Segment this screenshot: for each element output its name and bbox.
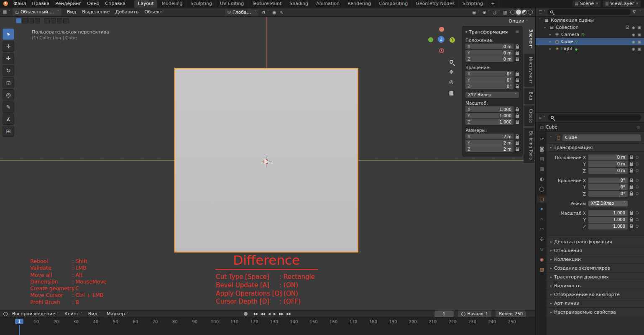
- timeline-menu-item[interactable]: Маркер: [104, 310, 131, 318]
- animate-dot-icon[interactable]: [636, 186, 639, 188]
- hide-eye-icon[interactable]: ◉: [632, 40, 635, 44]
- animate-dot-icon[interactable]: [636, 225, 639, 228]
- pin-icon[interactable]: ◎: [636, 125, 640, 129]
- workspace-tab[interactable]: Modeling: [158, 0, 187, 8]
- properties-section-header[interactable]: ▸ Видимость: [547, 281, 644, 290]
- workspace-tab[interactable]: +: [487, 0, 499, 8]
- select-invert-icon[interactable]: [35, 18, 40, 23]
- disable-render-icon[interactable]: ▣: [637, 40, 641, 44]
- number-field[interactable]: 1.000: [588, 217, 628, 223]
- number-field[interactable]: Y2 m: [465, 140, 514, 146]
- solid-shading-icon[interactable]: [516, 10, 521, 15]
- disable-render-icon[interactable]: ▣: [637, 26, 641, 30]
- zoom-icon[interactable]: [447, 58, 455, 65]
- lock-icon[interactable]: [516, 80, 519, 82]
- select-subtract-icon[interactable]: [28, 18, 34, 23]
- expand-arrow-icon[interactable]: ▸: [549, 47, 554, 51]
- outliner-editor-type-icon[interactable]: ☰: [539, 10, 545, 14]
- navigation-gizmo[interactable]: Z Y X: [426, 27, 459, 54]
- workspace-tab[interactable]: Animation: [312, 0, 344, 8]
- selectability-dropdown[interactable]: ◉: [472, 10, 480, 15]
- number-field[interactable]: Y0°: [465, 77, 514, 83]
- rotation-mode-dropdown[interactable]: XYZ Эйлер: [465, 92, 519, 98]
- timeline-menu-item[interactable]: Вид: [85, 310, 104, 318]
- scene-unlink-icon[interactable]: ✕: [595, 2, 598, 5]
- properties-section-header[interactable]: ▸ Настраиваемые свойства: [547, 307, 644, 316]
- number-field[interactable]: Y0 m: [465, 50, 514, 56]
- tool-button[interactable]: [3, 126, 14, 137]
- properties-tab[interactable]: [537, 216, 547, 223]
- sidebar-tab[interactable]: Элемент: [524, 26, 534, 52]
- axis-x-dot[interactable]: X: [439, 48, 444, 53]
- number-field[interactable]: Z0 m: [465, 56, 514, 62]
- number-field[interactable]: 0 m: [588, 161, 628, 167]
- transport-button[interactable]: [252, 312, 258, 316]
- transform-orientation-selector[interactable]: ◎ Глоба...: [225, 9, 258, 15]
- timeline-menu-item[interactable]: Кеинг: [61, 310, 85, 318]
- properties-tab[interactable]: [537, 226, 547, 233]
- lock-icon[interactable]: [630, 219, 633, 222]
- select-intersect-icon[interactable]: [44, 18, 50, 23]
- properties-tab[interactable]: [537, 145, 547, 152]
- select-mode-icon[interactable]: [16, 18, 21, 23]
- number-field[interactable]: X2 m: [465, 134, 514, 139]
- lock-icon[interactable]: [516, 86, 519, 88]
- number-field[interactable]: Z2 m: [465, 146, 514, 152]
- lock-icon[interactable]: [516, 52, 519, 55]
- axis-dot[interactable]: [428, 37, 433, 42]
- topbar-menu-item[interactable]: Рендеринг: [52, 0, 84, 8]
- transport-button[interactable]: [272, 312, 277, 316]
- lock-icon[interactable]: [630, 163, 633, 166]
- tool-button[interactable]: [3, 77, 14, 88]
- tool-button[interactable]: [3, 89, 14, 100]
- current-frame-field[interactable]: 1: [434, 311, 454, 317]
- material-shading-icon[interactable]: [522, 10, 527, 15]
- properties-tab[interactable]: [537, 256, 547, 263]
- hide-eye-icon[interactable]: ◉: [632, 26, 635, 30]
- number-field[interactable]: X0°: [465, 71, 514, 77]
- playhead[interactable]: 1: [15, 319, 23, 324]
- outliner-row[interactable]: ▸ Cube ☑ ◉ ▣: [536, 38, 644, 45]
- axis-z-dot[interactable]: Z: [438, 36, 445, 43]
- properties-tab[interactable]: [537, 236, 547, 243]
- ortho-grid-icon[interactable]: ▦: [447, 89, 455, 97]
- viewlayer-unlink-icon[interactable]: ✕: [636, 2, 639, 5]
- properties-section-header[interactable]: ▸ Коллекции: [547, 255, 644, 263]
- outliner-options-icon[interactable]: [638, 10, 641, 14]
- sidebar-tab[interactable]: Вид: [524, 88, 534, 103]
- axis-dot[interactable]: [439, 27, 444, 32]
- number-field[interactable]: 0°: [588, 184, 628, 190]
- axis-y-dot[interactable]: Y: [450, 37, 455, 43]
- properties-tab[interactable]: [537, 175, 547, 183]
- properties-section-header[interactable]: ▸ Отображение во вьюпорте: [547, 290, 644, 299]
- lock-icon[interactable]: [630, 186, 633, 189]
- workspace-tab[interactable]: Compositing: [375, 0, 412, 8]
- rotation-mode-dropdown[interactable]: XYZ Эйлер: [588, 201, 628, 206]
- lock-icon[interactable]: [516, 73, 519, 76]
- overlays-toggle[interactable]: ◎: [493, 10, 500, 15]
- number-field[interactable]: 0°: [588, 178, 628, 183]
- lock-icon[interactable]: [516, 109, 519, 111]
- scene-selector[interactable]: ▤ Scene ✕: [572, 0, 601, 7]
- viewport-menu-item[interactable]: Объект: [141, 8, 165, 16]
- camera-view-icon[interactable]: ✇: [447, 79, 455, 86]
- outliner-row[interactable]: ▾ Collection ☑ ◉ ▣: [536, 24, 644, 31]
- tool-button[interactable]: [3, 28, 14, 40]
- number-field[interactable]: X1.000: [465, 106, 514, 112]
- transport-button[interactable]: [278, 312, 284, 316]
- collapse-arrow-icon[interactable]: ▾: [465, 30, 467, 34]
- animate-dot-icon[interactable]: [636, 179, 639, 182]
- transform-section-header[interactable]: ▾ Трансформация: [547, 143, 644, 152]
- lock-icon[interactable]: [516, 59, 519, 61]
- expand-arrow-icon[interactable]: ▸: [549, 33, 554, 36]
- expand-arrow-icon[interactable]: ▾: [544, 26, 549, 29]
- number-field[interactable]: 1.000: [588, 224, 628, 229]
- topbar-menu-item[interactable]: Справка: [102, 0, 128, 8]
- topbar-menu-item[interactable]: Правка: [29, 0, 52, 8]
- proportional-editing-toggle[interactable]: ◉: [272, 10, 276, 15]
- workspace-tab[interactable]: Rendering: [344, 0, 375, 8]
- number-field[interactable]: 1.000: [588, 210, 628, 216]
- proportional-falloff-icon[interactable]: ∿: [280, 10, 284, 15]
- tool-option-icon-1[interactable]: [51, 18, 56, 23]
- tool-button[interactable]: [3, 53, 14, 64]
